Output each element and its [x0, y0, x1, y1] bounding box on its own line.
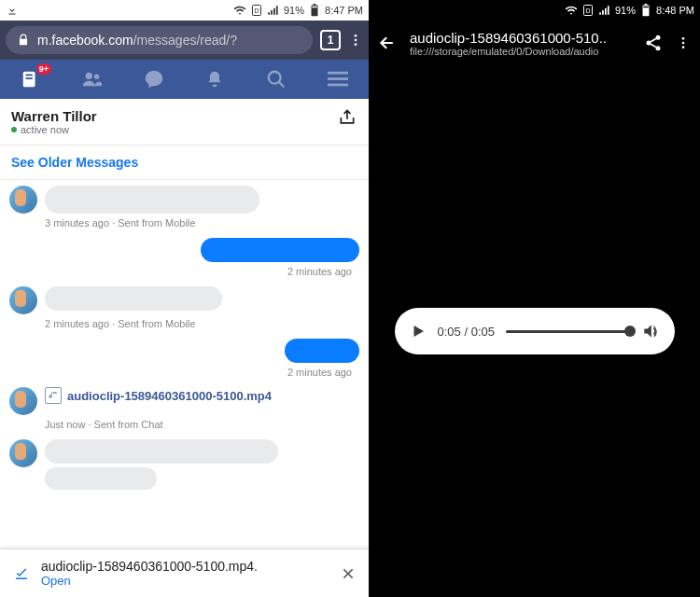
- svg-rect-24: [643, 7, 649, 7]
- svg-point-27: [656, 46, 661, 50]
- bubble-outgoing[interactable]: [201, 238, 359, 262]
- svg-point-30: [682, 46, 685, 49]
- svg-point-11: [85, 73, 91, 79]
- message-meta: 2 minutes ago: [9, 367, 352, 378]
- audio-file-icon: [45, 387, 62, 404]
- file-attachment[interactable]: audioclip-1589460361000-5100.mp4: [45, 387, 272, 404]
- player-area: 0:05 / 0:05: [369, 65, 700, 597]
- active-status: active now: [11, 124, 97, 135]
- message-outgoing: [9, 238, 359, 262]
- download-filename: audioclip-1589460361000-5100.mp4.: [41, 559, 329, 574]
- tab-switcher[interactable]: 1: [320, 30, 341, 50]
- bubble-incoming[interactable]: [45, 286, 222, 311]
- svg-text:D: D: [254, 7, 259, 14]
- avatar[interactable]: [9, 186, 37, 214]
- message-incoming: [9, 439, 359, 490]
- play-icon[interactable]: [410, 323, 427, 340]
- lock-icon: [17, 34, 30, 47]
- more-icon[interactable]: [676, 34, 691, 52]
- audio-title: audioclip-1589460361000-510..: [410, 30, 631, 46]
- nav-menu[interactable]: [327, 68, 349, 90]
- message-incoming: [9, 186, 359, 214]
- contact-name: Warren Tillor: [11, 108, 97, 124]
- bubble-incoming[interactable]: [45, 186, 259, 214]
- share-icon[interactable]: [644, 34, 663, 52]
- volume-icon[interactable]: [641, 322, 660, 340]
- statusbar-left: D 91% 8:47 PM: [0, 0, 369, 21]
- conversation-header: Warren Tillor active now: [0, 99, 369, 146]
- audio-player-header: audioclip-1589460361000-510.. file:///st…: [369, 21, 700, 65]
- avatar[interactable]: [9, 387, 37, 415]
- clock: 8:47 PM: [325, 5, 363, 16]
- svg-point-6: [355, 39, 357, 42]
- avatar[interactable]: [9, 286, 37, 314]
- avatar[interactable]: [9, 439, 37, 467]
- svg-point-13: [269, 72, 281, 84]
- svg-rect-10: [25, 77, 32, 79]
- battery-pct: 91%: [615, 5, 636, 16]
- svg-point-26: [647, 41, 651, 46]
- clock: 8:48 PM: [656, 5, 694, 16]
- nav-search[interactable]: [265, 68, 287, 90]
- browser-menu-icon[interactable]: [348, 33, 363, 48]
- svg-rect-9: [25, 75, 32, 76]
- svg-point-12: [94, 75, 100, 80]
- svg-point-25: [656, 35, 661, 40]
- nav-feed[interactable]: 9+: [20, 68, 42, 90]
- nav-notifications[interactable]: [203, 68, 226, 90]
- back-icon[interactable]: [378, 34, 397, 52]
- svg-point-29: [682, 42, 685, 45]
- seek-thumb[interactable]: [624, 326, 636, 337]
- signal-icon: [267, 4, 280, 17]
- svg-rect-23: [645, 4, 648, 5]
- bubble-incoming[interactable]: [45, 439, 278, 464]
- wifi-icon: [565, 4, 578, 17]
- bubble-outgoing[interactable]: [285, 339, 359, 363]
- nav-messenger[interactable]: [143, 68, 165, 90]
- message-file: audioclip-1589460361000-5100.mp4: [9, 387, 359, 415]
- battery-icon: [639, 4, 652, 17]
- sim-d-icon: D: [581, 4, 595, 17]
- fb-navbar: 9+: [0, 60, 369, 99]
- share-icon[interactable]: [337, 108, 357, 135]
- svg-point-7: [355, 43, 357, 46]
- nav-friends[interactable]: [81, 68, 104, 90]
- audio-path: file:///storage/emulated/0/Download/audi…: [410, 46, 631, 57]
- message-meta: 2 minutes ago · Sent from Mobile: [45, 318, 359, 329]
- sim-d-icon: D: [250, 4, 263, 17]
- message-meta: 2 minutes ago: [9, 266, 352, 277]
- download-toast: audioclip-1589460361000-5100.mp4. Open: [0, 548, 369, 597]
- audio-player: 0:05 / 0:05: [395, 308, 675, 354]
- svg-text:D: D: [585, 7, 590, 14]
- battery-icon: [308, 4, 321, 17]
- url-path: /messages/read/?: [133, 33, 237, 48]
- download-done-icon: [13, 565, 30, 582]
- svg-point-28: [682, 37, 685, 40]
- download-status-icon: [6, 4, 19, 17]
- url-host: m.facebook.com: [37, 33, 133, 48]
- seek-track[interactable]: [506, 330, 630, 333]
- bubble-incoming[interactable]: [45, 467, 157, 490]
- message-outgoing: [9, 339, 359, 363]
- url-pill[interactable]: m.facebook.com/messages/read/?: [6, 26, 313, 54]
- message-thread: 3 minutes ago · Sent from Mobile 2 minut…: [0, 180, 369, 597]
- svg-rect-3: [314, 4, 316, 5]
- svg-rect-16: [328, 77, 348, 80]
- right-phone: D 91% 8:48 PM audioclip-1589460361000-51…: [369, 0, 700, 597]
- browser-urlbar: m.facebook.com/messages/read/? 1: [0, 21, 369, 60]
- left-phone: D 91% 8:47 PM m.facebook.com/messages/re…: [0, 0, 369, 597]
- battery-pct: 91%: [284, 5, 304, 16]
- see-older-link[interactable]: See Older Messages: [0, 146, 369, 180]
- svg-point-5: [355, 35, 357, 37]
- message-meta: Just now · Sent from Chat: [45, 419, 359, 430]
- message-incoming: [9, 286, 359, 314]
- svg-rect-17: [328, 84, 348, 87]
- signal-icon: [598, 4, 611, 17]
- online-dot-icon: [11, 127, 17, 132]
- download-open-link[interactable]: Open: [41, 574, 329, 588]
- svg-rect-4: [312, 7, 317, 7]
- message-meta: 3 minutes ago · Sent from Mobile: [45, 217, 359, 229]
- wifi-icon: [233, 4, 246, 17]
- statusbar-right: D 91% 8:48 PM: [369, 0, 700, 21]
- close-icon[interactable]: [341, 566, 356, 581]
